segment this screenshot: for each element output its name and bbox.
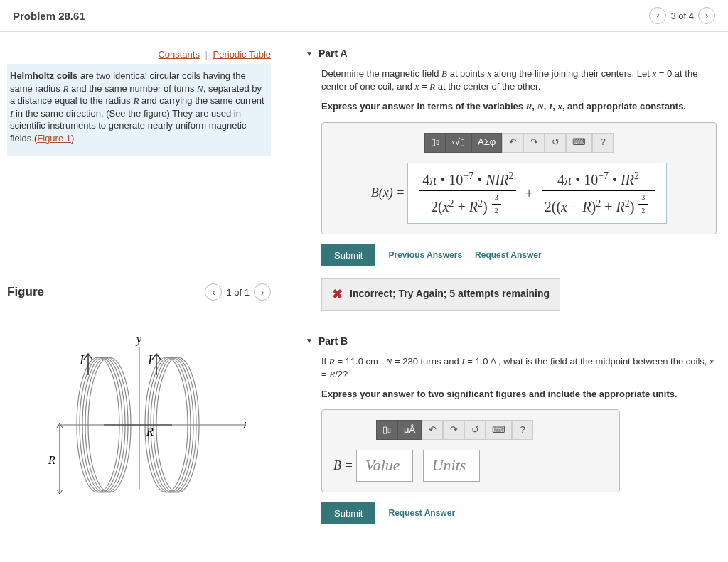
svg-text:R: R bbox=[48, 454, 55, 466]
figure-prev-button[interactable]: ‹ bbox=[205, 283, 222, 301]
problem-pager: ‹ 3 of 4 › bbox=[649, 7, 715, 24]
keyboard-button[interactable]: ⌨ bbox=[566, 133, 592, 153]
part-a-collapse-icon[interactable]: ▼ bbox=[306, 50, 313, 58]
reset-button-b[interactable]: ↺ bbox=[464, 420, 486, 440]
part-a-instructions: Express your answer in terms of the vari… bbox=[321, 100, 717, 113]
help-button-b[interactable]: ? bbox=[512, 420, 533, 440]
figure-next-button[interactable]: › bbox=[254, 283, 271, 301]
svg-text:I: I bbox=[79, 353, 85, 367]
problem-header: Problem 28.61 ‹ 3 of 4 › bbox=[0, 0, 728, 32]
part-a-description: Determine the magnetic field B at points… bbox=[321, 67, 717, 93]
figure-diagram: y x bbox=[7, 325, 271, 510]
units-button[interactable]: μÅ bbox=[397, 420, 422, 440]
part-a-answer-box: ▯▯ x√▯ ΑΣφ ↶ ↷ ↺ ⌨ ? B(x) = 4π • 10−7 bbox=[321, 122, 717, 234]
svg-text:x: x bbox=[243, 418, 246, 430]
svg-text:R: R bbox=[146, 426, 154, 438]
part-a-request-answer-link[interactable]: Request Answer bbox=[475, 249, 542, 261]
part-a-feedback: ✖ Incorrect; Try Again; 5 attempts remai… bbox=[321, 278, 560, 311]
part-b-description: If R = 11.0 cm , N = 230 turns and I = 1… bbox=[321, 355, 717, 381]
figure-pager-text: 1 of 1 bbox=[226, 287, 250, 298]
greek-button[interactable]: ΑΣφ bbox=[471, 133, 502, 153]
pager-text: 3 of 4 bbox=[670, 11, 694, 21]
part-b-submit-button[interactable]: Submit bbox=[321, 502, 375, 524]
part-a-answer-input[interactable]: 4π • 10−7 • NIR2 2(x2 + R2)32 + 4π • 10−… bbox=[407, 163, 667, 224]
redo-button-b[interactable]: ↷ bbox=[443, 420, 464, 440]
resource-links: Constants | Periodic Table bbox=[7, 49, 271, 60]
problem-intro: Helmholtz coils are two identical circul… bbox=[7, 64, 271, 156]
part-b-units-input[interactable]: Units bbox=[423, 450, 480, 482]
part-a-previous-answers-link[interactable]: Previous Answers bbox=[388, 249, 462, 261]
figure-heading: Figure bbox=[7, 285, 44, 299]
redo-button[interactable]: ↷ bbox=[523, 133, 545, 153]
part-b: ▼ Part B If R = 11.0 cm , N = 230 turns … bbox=[306, 327, 717, 524]
figure-link[interactable]: Figure 1 bbox=[37, 133, 71, 144]
undo-button[interactable]: ↶ bbox=[502, 133, 523, 153]
part-b-title: Part B bbox=[318, 335, 348, 347]
part-a-submit-button[interactable]: Submit bbox=[321, 244, 375, 266]
problem-title: Problem 28.61 bbox=[13, 10, 85, 22]
incorrect-icon: ✖ bbox=[332, 286, 343, 303]
part-a-equation: B(x) = 4π • 10−7 • NIR2 2(x2 + R2)32 + 4… bbox=[333, 163, 705, 224]
prev-problem-button[interactable]: ‹ bbox=[649, 7, 666, 24]
reset-button[interactable]: ↺ bbox=[545, 133, 566, 153]
part-b-answer-box: ▯▯ μÅ ↶ ↷ ↺ ⌨ ? B = Value Units bbox=[321, 409, 620, 492]
keyboard-button-b[interactable]: ⌨ bbox=[486, 420, 512, 440]
periodic-table-link[interactable]: Periodic Table bbox=[213, 49, 271, 60]
undo-button-b[interactable]: ↶ bbox=[422, 420, 443, 440]
sqrt-button[interactable]: x√▯ bbox=[446, 133, 471, 153]
constants-link[interactable]: Constants bbox=[158, 49, 200, 60]
part-b-equation: B = Value Units bbox=[333, 450, 608, 482]
part-a-toolbar: ▯▯ x√▯ ΑΣφ ↶ ↷ ↺ ⌨ ? bbox=[333, 133, 705, 153]
template-button-b[interactable]: ▯▯ bbox=[376, 420, 397, 440]
part-b-toolbar: ▯▯ μÅ ↶ ↷ ↺ ⌨ ? bbox=[376, 420, 608, 440]
help-button[interactable]: ? bbox=[592, 133, 614, 153]
svg-text:I: I bbox=[147, 353, 153, 367]
part-b-instructions: Express your answer to two significant f… bbox=[321, 388, 717, 401]
part-b-value-input[interactable]: Value bbox=[356, 450, 413, 482]
part-b-collapse-icon[interactable]: ▼ bbox=[306, 337, 313, 345]
next-problem-button[interactable]: › bbox=[698, 7, 715, 24]
part-a: ▼ Part A Determine the magnetic field B … bbox=[306, 39, 717, 311]
part-b-request-answer-link[interactable]: Request Answer bbox=[388, 507, 455, 519]
template-button[interactable]: ▯▯ bbox=[424, 133, 446, 153]
svg-text:y: y bbox=[135, 333, 142, 346]
part-a-title: Part A bbox=[318, 48, 348, 59]
